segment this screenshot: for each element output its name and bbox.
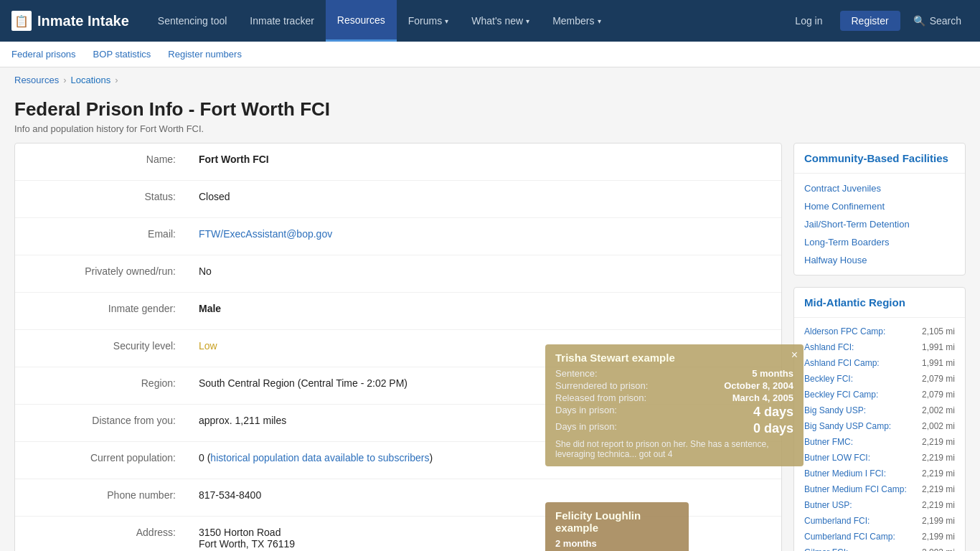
nav-links: Sentencing tool Inmate tracker Resources… <box>146 0 784 42</box>
breadcrumb-sep-1: › <box>63 75 66 85</box>
info-row-email: Email: FTW/ExecAssistant@bop.gov <box>15 218 781 255</box>
sidebar-row-big-sandy-usp: Big Sandy USP: 2,002 mi <box>794 402 965 418</box>
link-butner-med-camp[interactable]: Butner Medium FCI Camp: <box>804 484 907 494</box>
link-gilmer-fci[interactable]: Gilmer FCI: <box>804 547 848 551</box>
info-row-status: Status: Closed <box>15 181 781 218</box>
email-link[interactable]: FTW/ExecAssistant@bop.gov <box>199 228 332 240</box>
logo: 📋 Inmate Intake <box>11 11 129 31</box>
link-ashland-camp[interactable]: Ashland FCI Camp: <box>804 358 880 368</box>
breadcrumb-locations[interactable]: Locations <box>70 75 110 85</box>
sidebar-mid-atlantic-content: Alderson FPC Camp: 2,105 mi Ashland FCI:… <box>794 318 965 551</box>
sidebar-row-butner-fmc: Butner FMC: 2,219 mi <box>794 434 965 450</box>
label-privately-owned: Privately owned/run: <box>15 255 187 292</box>
link-beckley-fci[interactable]: Beckley FCI: <box>804 374 853 384</box>
info-card: Name: Fort Worth FCI Status: Closed Emai… <box>14 143 782 551</box>
label-address: Address: <box>15 517 187 551</box>
members-chevron-icon: ▾ <box>598 17 601 25</box>
label-security: Security level: <box>15 330 187 367</box>
sidebar-row-ashland-fci: Ashland FCI: 1,991 mi <box>794 339 965 355</box>
sidebar-row-butner-med1: Butner Medium I FCI: 2,219 mi <box>794 466 965 481</box>
value-phone: 817-534-8400 <box>187 479 781 516</box>
breadcrumb-resources[interactable]: Resources <box>14 75 59 85</box>
info-row-distance: Distance from you: approx. 1,211 miles <box>15 405 781 442</box>
value-privately-owned: No <box>187 255 781 292</box>
label-population: Current population: <box>15 442 187 479</box>
sidebar-row-alderson: Alderson FPC Camp: 2,105 mi <box>794 324 965 339</box>
population-history-link[interactable]: historical population data available to … <box>210 452 429 463</box>
label-email: Email: <box>15 218 187 255</box>
page-title: Federal Prison Info - Fort Worth FCI <box>0 93 980 123</box>
breadcrumb: Resources › Locations › <box>0 67 980 93</box>
sidebar-link-halfway-house[interactable]: Halfway House <box>794 251 965 269</box>
sidebar-link-home-confinement[interactable]: Home Confinement <box>794 197 965 215</box>
value-distance: approx. 1,211 miles <box>187 405 781 441</box>
sidebar-link-contract-juveniles[interactable]: Contract Juveniles <box>794 179 965 197</box>
nav-inmate-tracker[interactable]: Inmate tracker <box>238 0 325 42</box>
search-button[interactable]: 🔍 Search <box>906 11 969 31</box>
sidebar-mid-atlantic-section: Mid-Atlantic Region Alderson FPC Camp: 2… <box>793 287 966 551</box>
link-cumberland-fci[interactable]: Cumberland FCI: <box>804 516 870 526</box>
sidebar-community-content: Contract Juveniles Home Confinement Jail… <box>794 174 965 275</box>
nav-members[interactable]: Members ▾ <box>541 0 612 42</box>
link-butner-low[interactable]: Butner LOW FCI: <box>804 453 870 463</box>
sidebar-row-big-sandy-camp: Big Sandy USP Camp: 2,002 mi <box>794 418 965 434</box>
value-gender: Male <box>187 293 781 329</box>
sub-nav-bop-statistics[interactable]: BOP statistics <box>93 49 151 60</box>
label-gender: Inmate gender: <box>15 293 187 329</box>
sidebar-row-gilmer-fci: Gilmer FCI: 2,093 mi <box>794 545 965 551</box>
link-alderson[interactable]: Alderson FPC Camp: <box>804 326 885 336</box>
login-button[interactable]: Log in <box>783 11 834 31</box>
sidebar-mid-atlantic-title: Mid-Atlantic Region <box>794 288 965 318</box>
info-row-phone: Phone number: 817-534-8400 <box>15 479 781 517</box>
nav-right-actions: Log in Register 🔍 Search <box>783 11 969 31</box>
search-icon: 🔍 <box>913 15 925 27</box>
value-security: Low <box>187 330 781 367</box>
value-region: South Central Region (Central Time - 2:0… <box>187 367 781 404</box>
sidebar-row-cumberland-fci: Cumberland FCI: 2,199 mi <box>794 513 965 529</box>
page-subtitle: Info and population history for Fort Wor… <box>0 123 980 143</box>
label-distance: Distance from you: <box>15 405 187 441</box>
breadcrumb-sep-2: › <box>115 75 118 85</box>
label-region: Region: <box>15 367 187 404</box>
sidebar-row-butner-usp: Butner USP: 2,219 mi <box>794 497 965 513</box>
info-row-region: Region: South Central Region (Central Ti… <box>15 367 781 405</box>
info-row-gender: Inmate gender: Male <box>15 293 781 330</box>
link-big-sandy-usp[interactable]: Big Sandy USP: <box>804 405 866 415</box>
logo-text: Inmate Intake <box>37 13 129 29</box>
info-row-address: Address: 3150 Horton RoadFort Worth, TX … <box>15 517 781 551</box>
register-button[interactable]: Register <box>840 11 900 31</box>
link-beckley-camp[interactable]: Beckley FCI Camp: <box>804 390 878 400</box>
link-butner-usp[interactable]: Butner USP: <box>804 500 852 510</box>
value-status: Closed <box>187 181 781 217</box>
sub-nav-federal-prisons[interactable]: Federal prisons <box>11 49 76 60</box>
label-status: Status: <box>15 181 187 217</box>
sub-nav: Federal prisons BOP statistics Register … <box>0 42 980 67</box>
label-name: Name: <box>15 143 187 180</box>
sidebar-link-long-term-boarders[interactable]: Long-Term Boarders <box>794 233 965 251</box>
link-cumberland-camp[interactable]: Cumberland FCI Camp: <box>804 532 895 542</box>
info-row-name: Name: Fort Worth FCI <box>15 143 781 181</box>
link-butner-med1[interactable]: Butner Medium I FCI: <box>804 468 886 479</box>
sidebar-row-cumberland-camp: Cumberland FCI Camp: 2,199 mi <box>794 529 965 545</box>
value-address: 3150 Horton RoadFort Worth, TX 76119 <box>187 517 781 551</box>
value-name: Fort Worth FCI <box>187 143 781 180</box>
sidebar-row-butner-med-camp: Butner Medium FCI Camp: 2,219 mi <box>794 481 965 497</box>
nav-whats-new[interactable]: What's new ▾ <box>460 0 541 42</box>
sidebar-community-title: Community-Based Facilities <box>794 143 965 174</box>
top-nav: 📋 Inmate Intake Sentencing tool Inmate t… <box>0 0 980 42</box>
nav-resources[interactable]: Resources <box>326 0 397 42</box>
info-row-security: Security level: Low <box>15 330 781 367</box>
link-butner-fmc[interactable]: Butner FMC: <box>804 437 853 447</box>
link-big-sandy-camp[interactable]: Big Sandy USP Camp: <box>804 421 891 431</box>
info-row-privately-owned: Privately owned/run: No <box>15 255 781 293</box>
forums-chevron-icon: ▾ <box>445 17 448 25</box>
value-population: 0 (historical population data available … <box>187 442 781 479</box>
logo-icon: 📋 <box>11 11 32 31</box>
nav-sentencing-tool[interactable]: Sentencing tool <box>146 0 239 42</box>
sidebar: Community-Based Facilities Contract Juve… <box>793 143 966 551</box>
sidebar-link-jail-short-term[interactable]: Jail/Short-Term Detention <box>794 215 965 233</box>
main-container: Name: Fort Worth FCI Status: Closed Emai… <box>0 143 980 551</box>
sub-nav-register-numbers[interactable]: Register numbers <box>168 49 242 60</box>
link-ashland-fci[interactable]: Ashland FCI: <box>804 342 854 352</box>
nav-forums[interactable]: Forums ▾ <box>397 0 460 42</box>
